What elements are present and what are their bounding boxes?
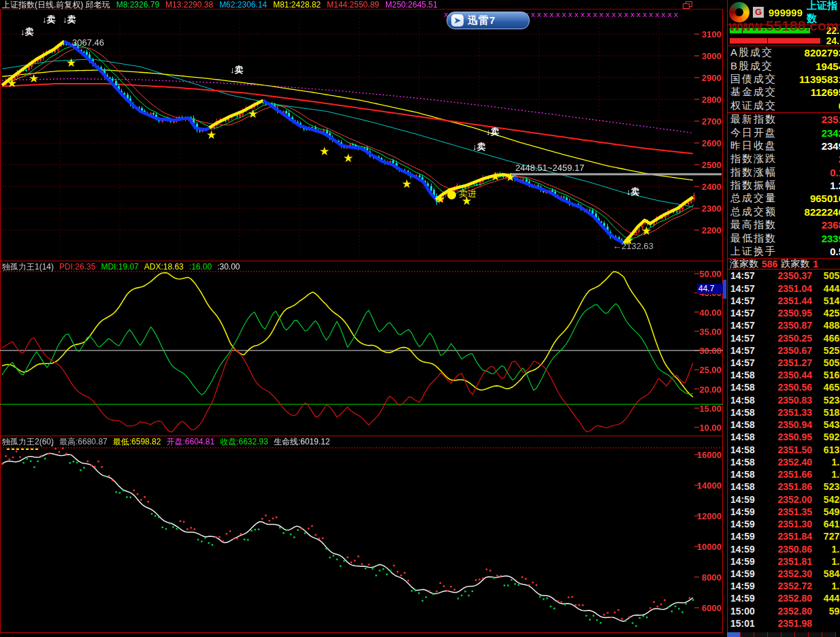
dmi-value-label: ADX:18.63 [144, 263, 184, 272]
market-turnover-table: A股成交8202793B股成交19454国债成交11395831基金成交1126… [728, 46, 840, 112]
axis-tick-label: 25.00 [697, 365, 722, 375]
tick-trade-row[interactable]: 14:592351.355490 [728, 506, 840, 518]
axis-tick-label: 6000 [697, 603, 722, 613]
bottom-tab[interactable] [768, 632, 781, 637]
window-restore-icon[interactable] [683, 1, 692, 8]
tick-price: 2350.37 [762, 270, 812, 281]
tick-price: 2351.33 [762, 407, 812, 418]
bottom-tab[interactable] [727, 632, 741, 637]
bottom-tab[interactable] [741, 632, 754, 637]
axis-tick-label: 2300 [697, 203, 722, 214]
tick-volume: 5434 [812, 419, 840, 430]
advancers-label: 涨家数 [730, 258, 758, 270]
quote-value: 8202793 [773, 47, 840, 59]
tick-trade-row[interactable]: 14:592352.305844 [728, 568, 840, 580]
sell-volume-bar [730, 38, 820, 44]
bottom-tab[interactable] [781, 632, 795, 637]
axis-tick-label: 30.00 [697, 346, 722, 356]
tick-trade-row[interactable]: 14:582350.564655 [728, 381, 840, 393]
sell-signal-label: ↓卖 [626, 186, 640, 198]
bottom-tab[interactable] [795, 632, 809, 637]
tick-time: 14:58 [730, 469, 762, 480]
bottom-tab[interactable] [822, 632, 836, 637]
tick-trade-row[interactable]: 14:582351.506137 [728, 444, 840, 456]
axis-tick-label: 3000 [697, 51, 722, 61]
tick-trade-row[interactable]: 14:582352.401.2 [728, 456, 840, 468]
tick-price: 2350.94 [762, 419, 812, 430]
tick-trade-row[interactable]: 14:592350.861.3 [728, 542, 840, 555]
tick-trade-row[interactable]: 14:592351.811.3 [728, 555, 840, 568]
ma-label: M8:2326.79 [116, 0, 159, 10]
quote-value: 0.5 [777, 246, 840, 257]
axis-tick-label: 40.00 [697, 308, 722, 318]
tick-trade-row[interactable]: 14:582351.335183 [728, 406, 840, 419]
buy-volume-value: 22.0 [826, 25, 840, 36]
tick-trade-row[interactable]: 14:582351.661.0 [728, 468, 840, 480]
tick-time: 15:01 [730, 618, 762, 629]
quote-value: 2349 [777, 140, 840, 152]
thunder7-launcher-button[interactable]: ➤ 迅雷7 [447, 12, 530, 29]
tick-volume: 1.3 [812, 556, 840, 567]
axis-tick-label: 20.00 [697, 385, 722, 395]
star-marker-icon: ★ [435, 196, 445, 203]
quote-panel-header: G 999999 上证指数 [728, 0, 840, 25]
tick-price: 2350.95 [762, 308, 812, 318]
tick-volume: 5490 [812, 506, 840, 517]
tick-trade-row[interactable]: 14:572351.275055 [728, 357, 840, 369]
tick-trade-row[interactable]: 14:572350.874884 [728, 319, 840, 331]
tick-trade-row[interactable]: 15:002352.80598 [728, 605, 840, 617]
axis-tick-label: 2500 [697, 160, 722, 170]
tick-trade-row[interactable]: 14:572350.254660 [728, 331, 840, 344]
tick-trade-row[interactable]: 14:582351.865230 [728, 480, 840, 493]
star-marker-icon: ★ [505, 174, 515, 181]
quote-label: 总成交量 [730, 192, 777, 205]
tick-trade-row[interactable]: 14:572351.044442 [728, 282, 840, 294]
tick-time: 14:58 [730, 370, 762, 380]
quote-row: A股成交8202793 [728, 46, 840, 59]
tick-price: 2350.44 [762, 370, 812, 380]
tick-price: 2351.98 [762, 618, 812, 629]
tick-trade-row[interactable]: 14:572351.445147 [728, 295, 840, 307]
sell-signal-label: ↓卖 [63, 14, 76, 26]
quote-label: 国债成交 [730, 73, 777, 86]
tick-price: 2350.83 [762, 395, 812, 406]
bottom-tab[interactable] [754, 632, 768, 637]
tick-trade-row[interactable]: 14:592351.847273 [728, 530, 840, 542]
sell-signal-label: ↓卖 [42, 14, 56, 26]
tick-time: 14:59 [730, 506, 762, 517]
axis-tick-label: 8000 [697, 572, 722, 583]
tick-trade-row[interactable]: 14:592351.306417 [728, 518, 840, 530]
tick-trade-row[interactable]: 14:592352.005424 [728, 493, 840, 505]
axis-tick-label: 2200 [697, 225, 722, 235]
scrollbar-thumb[interactable] [723, 280, 726, 299]
star-marker-icon: ★ [319, 148, 329, 155]
buy-dot-marker [447, 191, 456, 199]
quote-value: 8222246 [777, 206, 840, 218]
price-annotation: 3067.46 [72, 37, 104, 48]
tick-trade-row[interactable]: 14:582350.835234 [728, 394, 840, 406]
tick-trade-row[interactable]: 14:572350.375057 [728, 270, 840, 282]
tick-price: 2352.80 [762, 606, 812, 617]
tick-time: 14:57 [730, 345, 762, 356]
star-marker-icon: ★ [29, 76, 39, 82]
tick-price: 2351.35 [762, 506, 812, 517]
quote-label: 上证换手 [730, 245, 777, 258]
quote-label: 昨日收盘 [730, 140, 777, 152]
volume-values: 最高:6680.87最低:6598.82开盘:6604.81收盘:6632.93… [59, 438, 330, 446]
tick-trade-row[interactable]: 14:592352.721.7 [728, 580, 840, 592]
quote-row: 最高指数2368 [728, 218, 840, 231]
tick-trade-row[interactable]: 14:582350.445169 [728, 369, 840, 381]
tick-time: 14:59 [730, 494, 762, 505]
tick-trade-row[interactable]: 14:572350.954253 [728, 307, 840, 319]
quote-row: 基金成交112695 [728, 86, 840, 99]
tick-time: 14:57 [730, 333, 762, 344]
quote-row: 昨日收盘2349 [728, 140, 840, 152]
price-chart-canvas[interactable] [0, 0, 723, 637]
tick-trade-row[interactable]: 14:572350.675257 [728, 344, 840, 357]
tick-trade-row[interactable]: 15:012351.98 [728, 617, 840, 630]
tick-trade-row[interactable]: 14:592352.804447 [728, 592, 840, 604]
tick-trade-row[interactable]: 14:582350.955925 [728, 431, 840, 443]
tick-time: 14:57 [730, 295, 762, 306]
tick-trade-row[interactable]: 14:582350.945434 [728, 419, 840, 431]
bottom-tab[interactable] [809, 632, 822, 637]
